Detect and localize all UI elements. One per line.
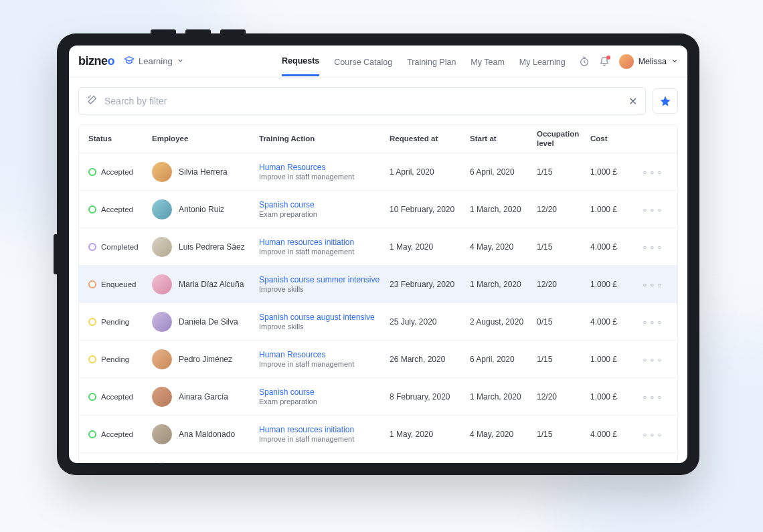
training-action-cell: Human ResourcesImprove in staff manageme… xyxy=(259,350,390,368)
status-cell: Completed xyxy=(88,243,152,251)
status-label: Accepted xyxy=(101,205,133,213)
training-action-cell: Human resources initiationImprove in sta… xyxy=(259,425,390,443)
row-actions-icon[interactable]: ∘∘∘ xyxy=(637,167,664,177)
training-action-link[interactable]: Human Resources xyxy=(259,350,390,359)
table-row[interactable]: AcceptedAinara GarcíaSpanish courseExam … xyxy=(79,378,677,416)
status-label: Pending xyxy=(101,318,129,326)
training-action-cell: Spanish courseExam preparation xyxy=(259,200,390,218)
avatar xyxy=(152,462,172,463)
row-actions-icon[interactable]: ∘∘∘ xyxy=(637,354,664,365)
search-input[interactable] xyxy=(104,96,628,106)
row-actions-icon[interactable]: ∘∘∘ xyxy=(637,242,664,252)
user-name: Melissa xyxy=(639,57,667,66)
start-at-cell: 2 August, 2020 xyxy=(470,317,537,327)
table-row[interactable]: PendingDaniela De SilvaSpanish course au… xyxy=(79,303,677,341)
occupation-cell: 12/20 xyxy=(537,280,590,289)
training-action-link[interactable]: Spanish course xyxy=(259,200,390,209)
table-row[interactable]: AcceptedSilvia HerreraHuman ResourcesImp… xyxy=(79,153,677,191)
cost-cell: 1.000 £ xyxy=(590,280,637,289)
cost-cell: 4.000 £ xyxy=(590,430,637,439)
training-action-subtitle: Improve in staff management xyxy=(259,173,390,181)
avatar xyxy=(152,199,172,219)
nav-tab-training-plan[interactable]: Training Plan xyxy=(407,48,456,76)
cost-cell: 4.000 £ xyxy=(590,317,637,327)
training-action-link[interactable]: Human resources initiation xyxy=(259,238,390,247)
requests-table: Status Employee Training Action Requeste… xyxy=(78,124,678,463)
cost-cell: 4.000 £ xyxy=(590,242,637,252)
employee-cell: Pedro Jiménez xyxy=(152,349,259,369)
training-action-subtitle: Improve in staff management xyxy=(259,435,390,443)
occupation-cell: 1/15 xyxy=(537,355,590,364)
start-at-cell: 6 April, 2020 xyxy=(470,167,537,177)
status-cell: Accepted xyxy=(88,430,152,438)
occupation-cell: 12/20 xyxy=(537,392,590,402)
status-cell: Enqueued xyxy=(88,280,152,288)
cost-cell: 1.000 £ xyxy=(590,167,637,177)
avatar xyxy=(152,274,172,294)
graduation-cap-icon xyxy=(124,55,135,68)
nav-tab-course-catalog[interactable]: Course Catalog xyxy=(334,48,392,76)
status-dot-icon xyxy=(88,243,96,251)
module-switcher[interactable]: Learning xyxy=(124,55,184,68)
table-row[interactable]: CompletedLuis Pedrera SáezHuman resource… xyxy=(79,228,677,266)
col-start-at: Start at xyxy=(470,135,537,143)
col-occupation-level: Occupation level xyxy=(537,130,590,147)
status-label: Accepted xyxy=(101,393,133,401)
employee-cell: Luis Pedrera Sáez xyxy=(152,237,259,257)
employee-name: Luis Pedrera Sáez xyxy=(179,242,245,252)
status-dot-icon xyxy=(88,168,96,176)
training-action-link[interactable]: Human resources initiation xyxy=(259,425,390,434)
table-row[interactable]: AcceptedAntonio RuizSpanish courseExam p… xyxy=(79,191,677,228)
nav-tab-my-team[interactable]: My Team xyxy=(471,48,504,76)
nav-tabs: RequestsCourse CatalogTraining PlanMy Te… xyxy=(282,46,566,76)
start-at-cell: 1 March, 2020 xyxy=(470,280,537,289)
training-action-cell: Spanish courseExam preparation xyxy=(259,387,390,406)
status-label: Pending xyxy=(101,355,129,363)
start-at-cell: 4 May, 2020 xyxy=(470,242,537,252)
col-cost: Cost xyxy=(590,135,637,143)
row-actions-icon[interactable]: ∘∘∘ xyxy=(637,391,664,402)
stopwatch-icon[interactable] xyxy=(579,56,590,67)
table-row[interactable]: AcceptedAna MaldonadoHuman resources ini… xyxy=(79,416,677,453)
avatar xyxy=(152,312,172,332)
favorite-button[interactable] xyxy=(653,88,678,114)
table-row[interactable]: EnqueuedMaria Díaz AlcuñaSpanish course … xyxy=(79,266,677,303)
training-action-subtitle: Improve skills xyxy=(259,323,390,331)
training-action-link[interactable]: Spanish course xyxy=(259,387,390,397)
training-action-link[interactable]: Human Resources xyxy=(259,163,390,172)
status-cell: Accepted xyxy=(88,205,152,213)
avatar xyxy=(619,54,634,69)
cost-cell: 1.000 £ xyxy=(590,392,637,402)
training-action-subtitle: Exam preparation xyxy=(259,210,390,218)
row-actions-icon[interactable]: ∘∘∘ xyxy=(637,204,664,215)
table-row[interactable]: AcceptedSpanish course summer intensive∘… xyxy=(79,453,677,462)
start-at-cell: 1 March, 2020 xyxy=(470,205,537,214)
table-row[interactable]: PendingPedro JiménezHuman ResourcesImpro… xyxy=(79,341,677,378)
user-menu[interactable]: Melissa xyxy=(619,54,678,69)
training-action-link[interactable]: Spanish course august intensive xyxy=(259,313,390,322)
search-box[interactable]: ✕ xyxy=(78,87,646,115)
nav-tab-my-learning[interactable]: My Learning xyxy=(519,48,566,76)
row-actions-icon[interactable]: ∘∘∘ xyxy=(637,317,664,327)
status-dot-icon xyxy=(88,205,96,213)
training-action-cell: Human ResourcesImprove in staff manageme… xyxy=(259,163,390,181)
nav-tab-requests[interactable]: Requests xyxy=(282,46,319,76)
employee-name: Silvia Herrera xyxy=(179,167,228,177)
status-label: Completed xyxy=(101,243,139,251)
brand-logo[interactable]: bizneo xyxy=(78,54,114,68)
status-dot-icon xyxy=(88,355,96,363)
table-header: Status Employee Training Action Requeste… xyxy=(79,125,677,153)
occupation-cell: 1/15 xyxy=(537,430,590,439)
app-screen: bizneo Learning RequestsCourse CatalogTr… xyxy=(69,46,687,463)
status-cell: Accepted xyxy=(88,393,152,401)
training-action-cell: Spanish course summer intensiveImprove s… xyxy=(259,275,390,293)
training-action-link[interactable]: Spanish course summer intensive xyxy=(259,275,390,284)
clear-icon[interactable]: ✕ xyxy=(628,95,637,108)
status-cell: Accepted xyxy=(88,168,152,176)
row-actions-icon[interactable]: ∘∘∘ xyxy=(637,279,664,290)
start-at-cell: 6 April, 2020 xyxy=(470,355,537,364)
notifications-icon[interactable] xyxy=(599,56,610,67)
avatar xyxy=(152,349,172,369)
row-actions-icon[interactable]: ∘∘∘ xyxy=(637,429,664,440)
requested-at-cell: 1 May, 2020 xyxy=(390,242,470,252)
